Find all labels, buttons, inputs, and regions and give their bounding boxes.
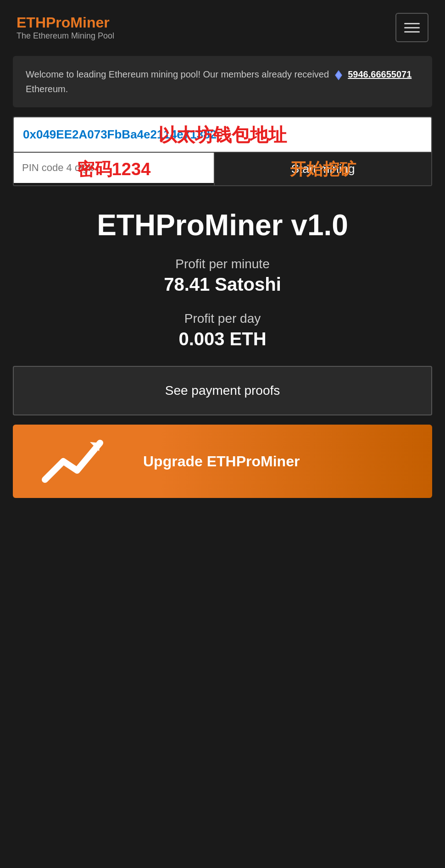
profit-per-minute-block: Profit per minute 78.41 Satoshi <box>13 257 432 295</box>
hamburger-line-1 <box>404 23 420 24</box>
version-title: ETHProMiner v1.0 <box>13 208 432 242</box>
logo-subtitle: The Ethereum Mining Pool <box>17 31 114 41</box>
welcome-text: Welcome to leading Ethereum mining pool!… <box>26 67 419 96</box>
hamburger-line-3 <box>404 31 420 33</box>
start-mining-label: Start mining <box>291 162 355 176</box>
upgrade-arrow-area <box>13 425 132 498</box>
start-mining-button[interactable]: Start mining 开始挖矿 <box>215 153 431 185</box>
pin-input[interactable] <box>14 153 214 183</box>
hamburger-button[interactable] <box>395 13 428 42</box>
profit-per-day-block: Profit per day 0.003 ETH <box>13 311 432 349</box>
logo-area: ETHProMiner The Ethereum Mining Pool <box>17 14 114 41</box>
profit-per-minute-value: 78.41 Satoshi <box>13 274 432 295</box>
payment-proofs-label: See payment proofs <box>165 383 280 398</box>
upgrade-arrow-icon <box>40 434 105 489</box>
input-section: 以太坊钱包地址 密码1234 Start mining 开始挖矿 <box>13 116 432 186</box>
welcome-box: Welcome to leading Ethereum mining pool!… <box>13 56 432 107</box>
header: ETHProMiner The Ethereum Mining Pool <box>0 0 445 51</box>
payment-proofs-button[interactable]: See payment proofs <box>13 366 432 415</box>
profit-per-day-label: Profit per day <box>13 311 432 326</box>
eth-amount: 5946.66655071 <box>348 69 412 79</box>
eth-diamond-icon <box>334 70 344 80</box>
wallet-input-wrapper: 以太坊钱包地址 <box>14 117 431 153</box>
hamburger-line-2 <box>404 27 420 28</box>
profit-per-minute-label: Profit per minute <box>13 257 432 271</box>
upgrade-text-area: Upgrade ETHProMiner <box>132 444 432 479</box>
upgrade-banner[interactable]: Upgrade ETHProMiner <box>13 425 432 498</box>
upgrade-label: Upgrade ETHProMiner <box>143 453 300 470</box>
leading-word: leading <box>77 69 106 79</box>
pin-input-wrapper: 密码1234 <box>14 153 215 185</box>
already-word: already <box>261 69 292 79</box>
logo-title: ETHProMiner <box>17 14 114 31</box>
profit-per-day-value: 0.003 ETH <box>13 329 432 349</box>
bottom-row: 密码1234 Start mining 开始挖矿 <box>14 153 431 185</box>
wallet-input[interactable] <box>14 117 431 152</box>
